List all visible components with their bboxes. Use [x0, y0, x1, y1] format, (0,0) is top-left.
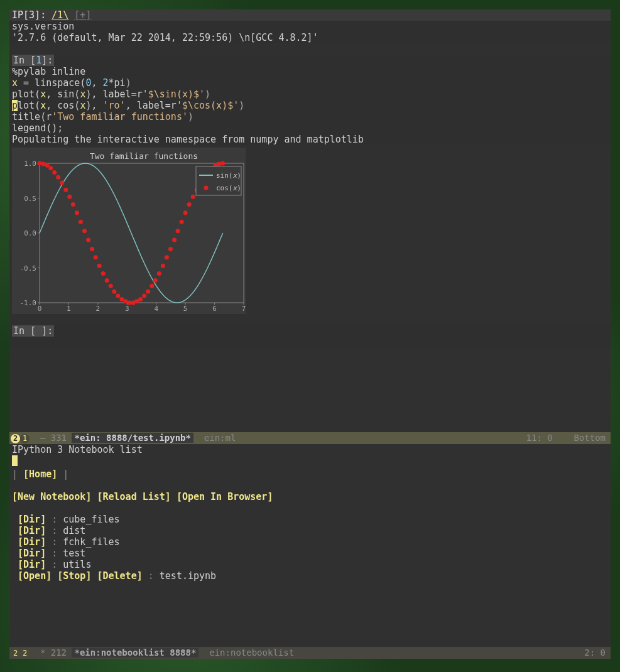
- plus-link[interactable]: [+]: [74, 9, 91, 21]
- svg-point-50: [123, 299, 128, 303]
- output-line: Populating the interactive namespace fro…: [12, 134, 608, 145]
- svg-point-67: [187, 202, 192, 207]
- sin-line: [40, 163, 223, 303]
- notebook-row: [Open] [Stop] [Delete] : test.ipynb: [12, 570, 608, 582]
- svg-point-61: [165, 255, 169, 259]
- badge-buffer: 1: [20, 434, 30, 443]
- dir-link[interactable]: [Dir]: [18, 548, 46, 559]
- home-link[interactable]: [Home]: [23, 469, 57, 480]
- code-line[interactable]: plot(x, cos(x), 'ro', label=r'$\cos(x)$'…: [12, 100, 608, 111]
- reload-list-button[interactable]: [Reload List]: [97, 491, 170, 502]
- cell-1[interactable]: In [1]: %pylab inline x = linspace(0, 2*…: [9, 55, 611, 145]
- open-browser-button[interactable]: [Open In Browser]: [177, 491, 273, 502]
- ip-label: IP[3]:: [12, 9, 46, 21]
- svg-point-57: [150, 284, 154, 288]
- dir-row: [Dir] : utils: [12, 559, 608, 570]
- chart-output: Two familiar functions -1.0-0.50.00.51.0…: [12, 148, 246, 314]
- notebook-name[interactable]: test.ipynb: [160, 570, 216, 582]
- svg-point-75: [217, 162, 221, 166]
- nblist-breadcrumb: | [Home] |: [12, 469, 608, 480]
- open-button[interactable]: [Open]: [18, 570, 52, 582]
- svg-point-51: [128, 301, 132, 305]
- svg-point-63: [172, 238, 177, 242]
- mode-line-top: 21 — 331 *ein: 8888/test.ipynb* ein:ml 1…: [9, 432, 611, 444]
- buffer-name: *ein:notebooklist 8888*: [72, 648, 199, 658]
- svg-text:0.5: 0.5: [24, 195, 36, 203]
- in-prompt: In [1]:: [12, 55, 54, 66]
- svg-point-54: [138, 297, 143, 301]
- dir-link[interactable]: [Dir]: [18, 559, 46, 570]
- svg-point-41: [90, 247, 94, 251]
- svg-point-59: [157, 271, 161, 276]
- output-line: '2.7.6 (default, Mar 22 2014, 22:59:56) …: [12, 32, 608, 43]
- chart-svg: Two familiar functions -1.0-0.50.00.51.0…: [12, 148, 246, 314]
- svg-point-39: [82, 229, 87, 233]
- svg-text:1: 1: [67, 305, 71, 313]
- cell-2[interactable]: In [ ]:: [9, 325, 611, 348]
- svg-point-30: [48, 166, 53, 170]
- code-line[interactable]: x = linspace(0, 2*pi): [12, 77, 608, 89]
- svg-point-64: [176, 229, 180, 233]
- svg-point-31: [52, 170, 57, 175]
- new-notebook-button[interactable]: [New Notebook]: [12, 491, 91, 502]
- legend-sin: sin(x): [216, 171, 241, 180]
- svg-point-35: [67, 195, 72, 199]
- cursor: p: [12, 100, 18, 111]
- cell-0-output: sys.version '2.7.6 (default, Mar 22 2014…: [9, 21, 611, 43]
- dir-name[interactable]: cube_files: [63, 514, 119, 525]
- nblist-title: IPython 3 Notebook list: [12, 444, 608, 455]
- svg-point-68: [191, 195, 195, 199]
- legend-cos: cos(x): [216, 184, 241, 192]
- svg-text:2: 2: [96, 305, 101, 313]
- svg-point-62: [168, 247, 173, 251]
- dir-row: [Dir] : dist: [12, 525, 608, 536]
- badge-buffer: 2: [20, 649, 30, 658]
- svg-point-76: [220, 161, 225, 166]
- svg-point-34: [63, 188, 68, 192]
- code-line[interactable]: title(r'Two familiar functions'): [12, 111, 608, 122]
- dir-name[interactable]: fchk_files: [63, 536, 119, 548]
- dir-name[interactable]: utils: [63, 559, 91, 570]
- svg-point-42: [94, 255, 98, 259]
- svg-text:-1.0: -1.0: [20, 299, 37, 307]
- code-line[interactable]: %pylab inline: [12, 66, 608, 77]
- delete-button[interactable]: [Delete]: [97, 570, 142, 582]
- dir-row: [Dir] : test: [12, 548, 608, 559]
- code-line[interactable]: plot(x, sin(x), label=r'$\sin(x)$'): [12, 89, 608, 100]
- notebook-panel: IP[3]: /1\ [+] sys.version '2.7.6 (defau…: [9, 9, 611, 432]
- svg-point-53: [134, 299, 139, 303]
- badge-window: 2: [11, 434, 20, 443]
- svg-text:-0.5: -0.5: [20, 264, 37, 273]
- svg-text:7: 7: [242, 305, 246, 313]
- svg-text:0.0: 0.0: [24, 229, 36, 237]
- svg-point-58: [153, 278, 158, 283]
- svg-point-36: [71, 202, 75, 207]
- in-prompt-empty: In [ ]:: [12, 325, 54, 337]
- dir-link[interactable]: [Dir]: [18, 525, 46, 536]
- svg-point-27: [38, 161, 42, 166]
- svg-point-46: [109, 284, 113, 288]
- chart-title: Two familiar functions: [90, 151, 198, 161]
- svg-point-60: [161, 264, 165, 268]
- header-line: IP[3]: /1\ [+]: [9, 9, 611, 21]
- svg-point-48: [116, 293, 120, 298]
- count-indicator[interactable]: /1\: [52, 9, 68, 21]
- svg-point-65: [180, 220, 184, 224]
- svg-text:5: 5: [183, 305, 188, 313]
- code-line[interactable]: legend();: [12, 122, 608, 134]
- dir-row: [Dir] : fchk_files: [12, 536, 608, 548]
- svg-point-38: [79, 220, 83, 224]
- dir-name[interactable]: dist: [63, 525, 85, 536]
- svg-text:3: 3: [125, 305, 129, 313]
- buffer-name: *ein: 8888/test.ipynb*: [72, 433, 193, 443]
- svg-point-49: [119, 297, 124, 301]
- stop-button[interactable]: [Stop]: [57, 570, 91, 582]
- dir-link[interactable]: [Dir]: [18, 536, 46, 548]
- dir-link[interactable]: [Dir]: [18, 514, 46, 525]
- svg-point-43: [97, 264, 102, 268]
- svg-point-79: [204, 186, 209, 190]
- badge-window: 2: [11, 649, 20, 658]
- dir-name[interactable]: test: [63, 548, 85, 559]
- mode-line-bottom: 22 * 212 *ein:notebooklist 8888* ein:not…: [9, 647, 611, 659]
- svg-point-45: [105, 278, 109, 283]
